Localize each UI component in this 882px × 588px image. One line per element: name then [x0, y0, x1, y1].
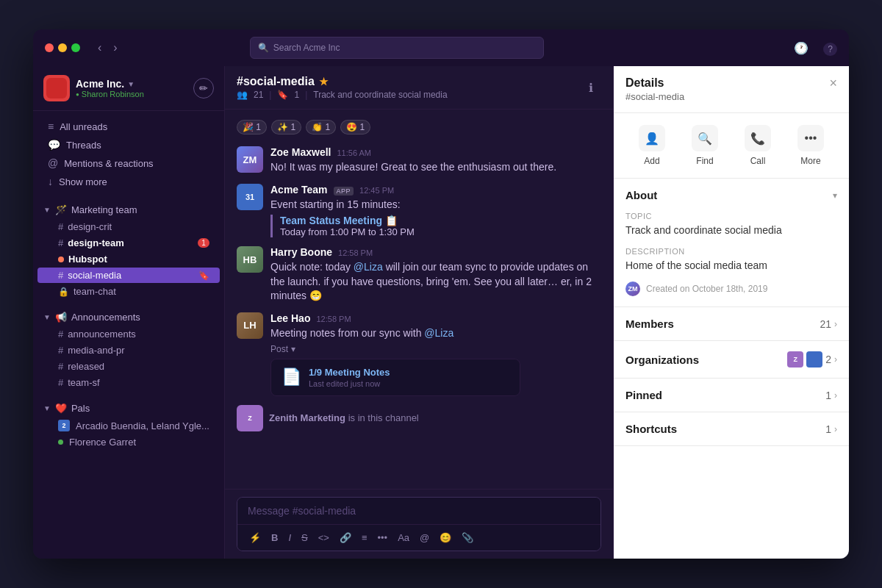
toolbar-lightning[interactable]: ⚡	[245, 529, 265, 546]
hash-icon: #	[58, 361, 63, 372]
detail-action-call[interactable]: 📞 Call	[745, 125, 771, 166]
pinned-section-header[interactable]: Pinned 1 ›	[614, 379, 849, 412]
mention-liza[interactable]: @Liza	[354, 261, 383, 273]
about-section-header[interactable]: About ▾	[614, 179, 849, 212]
sidebar-dm-arcadio[interactable]: 2 Arcadio Buendia, Leland Ygle...	[37, 417, 220, 434]
dm-label-arcadio: Arcadio Buendia, Leland Ygle...	[76, 420, 209, 431]
hash-icon: #	[58, 329, 63, 340]
back-button[interactable]: ‹	[95, 40, 104, 56]
message-input-area: ⚡ B I S <> 🔗 ≡ ••• Aa @ 😊 📎	[225, 489, 613, 559]
sidebar-channel-design-crit[interactable]: # design-crit	[37, 219, 220, 234]
meeting-title[interactable]: Team Status Meeting 📋	[280, 215, 601, 226]
sidebar-channel-released[interactable]: # released	[37, 359, 220, 374]
close-traffic-light[interactable]	[45, 43, 54, 52]
dm-avatar-arcadio: 2	[58, 420, 70, 431]
detail-action-more[interactable]: ••• More	[797, 125, 824, 166]
help-button[interactable]: ?	[823, 43, 837, 56]
shortcuts-chevron: ›	[834, 424, 837, 434]
about-chevron: ▾	[833, 190, 837, 201]
maximize-traffic-light[interactable]	[71, 43, 80, 52]
minimize-traffic-light[interactable]	[58, 43, 67, 52]
workspace-avatar[interactable]	[43, 75, 70, 101]
post-attachment[interactable]: 📄 1/9 Meeting Notes Last edited just now	[270, 359, 520, 396]
sidebar-channel-team-sf[interactable]: # team-sf	[37, 375, 220, 390]
post-title: 1/9 Meeting Notes	[309, 367, 509, 378]
created-info: ZM Created on October 18th, 2019	[625, 282, 837, 296]
marketing-section-header[interactable]: ▼ 🪄 Marketing team	[33, 201, 224, 218]
sidebar-channel-team-chat[interactable]: 🔒 team-chat	[37, 284, 220, 299]
shortcuts-section-header[interactable]: Shortcuts 1 ›	[614, 412, 849, 445]
organizations-section-header[interactable]: Organizations Z 2 ›	[614, 341, 849, 378]
reaction-sparkles[interactable]: ✨ 1	[271, 120, 301, 135]
toolbar-bold[interactable]: B	[267, 529, 282, 546]
topic-label: Topic	[625, 212, 837, 220]
sidebar-item-show-more[interactable]: ↓ Show more	[37, 173, 220, 190]
hash-icon: #	[58, 345, 63, 356]
orgs-chevron: ›	[834, 354, 837, 365]
reaction-love[interactable]: 😍 1	[340, 120, 370, 135]
clock-icon[interactable]: 🕐	[794, 42, 808, 54]
sidebar-channel-announcements[interactable]: # announcements	[37, 326, 220, 342]
pinned-count: 1 ›	[825, 390, 837, 401]
description-field: Description Home of the social media tea…	[625, 247, 837, 273]
workspace-name[interactable]: Acme Inc. ▼	[76, 78, 144, 90]
system-avatar: Z	[237, 405, 263, 431]
channel-header-info: #social-media ★ 👥 21 | 🔖 1 | Track and c…	[237, 75, 448, 100]
reaction-party[interactable]: 🎉 1	[237, 120, 267, 135]
hash-icon: #	[58, 270, 63, 281]
marketing-emoji: 🪄	[55, 204, 67, 215]
toolbar-italic[interactable]: I	[284, 529, 295, 546]
menu-icon: ≡	[48, 121, 54, 132]
member-count: 21	[254, 90, 263, 100]
section-arrow: ▼	[43, 313, 51, 321]
sidebar-item-mentions[interactable]: @ Mentions & reactions	[37, 154, 220, 172]
forward-button[interactable]: ›	[110, 40, 120, 56]
sidebar-dm-florence[interactable]: Florence Garret	[37, 434, 220, 450]
toolbar-code[interactable]: <>	[314, 529, 334, 546]
sidebar-channel-hubspot[interactable]: Hubspot	[37, 251, 220, 267]
sidebar-channel-media-and-pr[interactable]: # media-and-pr	[37, 343, 220, 358]
toolbar-text[interactable]: Aa	[393, 529, 414, 546]
hash-icon: #	[58, 377, 63, 388]
info-button[interactable]: ℹ	[581, 77, 601, 98]
toolbar-emoji[interactable]: 😊	[435, 529, 456, 546]
sidebar-channel-social-media[interactable]: # social-media 🔖	[37, 268, 220, 283]
toolbar-more[interactable]: •••	[373, 529, 392, 546]
announcements-section-header[interactable]: ▼ 📢 Announcements	[33, 309, 224, 326]
toolbar-link[interactable]: 🔗	[335, 529, 356, 546]
search-bar[interactable]: 🔍 Search Acme Inc	[250, 37, 544, 59]
members-title: Members	[625, 318, 674, 330]
shortcuts-title: Shortcuts	[625, 423, 677, 435]
sidebar-item-unreads[interactable]: ≡ All unreads	[37, 118, 220, 135]
toolbar-list[interactable]: ≡	[357, 529, 372, 546]
message-header-zoe: Zoe Maxwell 11:56 AM	[270, 146, 601, 158]
toolbar-attach[interactable]: 📎	[457, 529, 478, 546]
sidebar-channel-design-team[interactable]: # design-team 1	[37, 235, 220, 251]
members-chevron: ›	[834, 319, 837, 329]
member-icon: 👥	[237, 90, 248, 100]
reaction-clap[interactable]: 👏 1	[306, 120, 336, 135]
members-section-header[interactable]: Members 21 ›	[614, 307, 849, 340]
mention-liza2[interactable]: @Liza	[424, 327, 453, 339]
workspace-header: Acme Inc. ▼ Sharon Robinson ✏	[33, 66, 224, 111]
message-acme: 31 Acme Team APP 12:45 PM Event starting…	[237, 179, 601, 243]
organizations-count: Z 2 ›	[787, 351, 837, 368]
message-input[interactable]	[237, 498, 600, 524]
star-icon[interactable]: ★	[319, 76, 329, 87]
message-input-box: ⚡ B I S <> 🔗 ≡ ••• Aa @ 😊 📎	[237, 497, 601, 551]
meeting-time: Today from 1:00 PM to 1:30 PM	[280, 226, 601, 237]
pals-section-header[interactable]: ▼ ❤️ Pals	[33, 400, 224, 417]
channel-label-design-crit: design-crit	[68, 221, 112, 232]
detail-action-find[interactable]: 🔍 Find	[692, 125, 718, 166]
members-section: Members 21 ›	[614, 307, 849, 341]
traffic-lights	[45, 43, 80, 52]
post-info: 1/9 Meeting Notes Last edited just now	[309, 367, 509, 388]
toolbar-mention[interactable]: @	[415, 529, 434, 546]
avatar-lee: LH	[237, 312, 263, 339]
avatar-harry: HB	[237, 246, 263, 273]
close-details-button[interactable]: ×	[829, 76, 837, 90]
detail-action-add[interactable]: 👤 Add	[639, 125, 665, 166]
toolbar-strikethrough[interactable]: S	[297, 529, 312, 546]
compose-button[interactable]: ✏	[193, 78, 214, 98]
sidebar-item-threads[interactable]: 💬 Threads	[37, 136, 220, 154]
